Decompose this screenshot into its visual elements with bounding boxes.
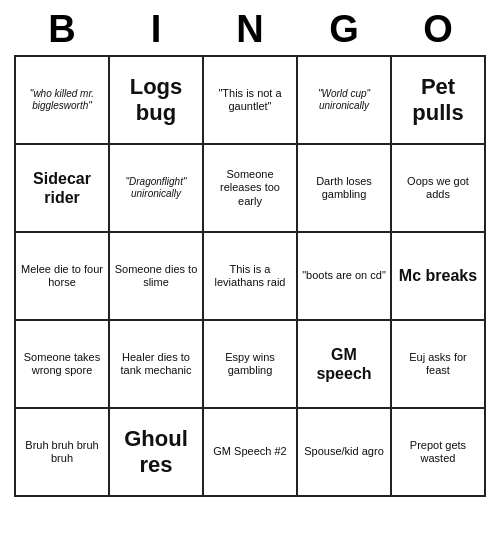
bingo-cell-18: GM speech bbox=[298, 321, 392, 409]
bingo-cell-8: Darth loses gambling bbox=[298, 145, 392, 233]
bingo-cell-16: Healer dies to tank mechanic bbox=[110, 321, 204, 409]
bingo-cell-19: Euj asks for feast bbox=[392, 321, 486, 409]
title-i: I bbox=[116, 8, 196, 51]
bingo-cell-21: Ghoul res bbox=[110, 409, 204, 497]
bingo-cell-1: Logs bug bbox=[110, 57, 204, 145]
bingo-cell-12: This is a leviathans raid bbox=[204, 233, 298, 321]
bingo-cell-5: Sidecar rider bbox=[16, 145, 110, 233]
title-n: N bbox=[210, 8, 290, 51]
bingo-cell-11: Someone dies to slime bbox=[110, 233, 204, 321]
bingo-title: B I N G O bbox=[15, 0, 485, 55]
title-b: B bbox=[22, 8, 102, 51]
bingo-cell-2: "This is not a gauntlet" bbox=[204, 57, 298, 145]
bingo-cell-20: Bruh bruh bruh bruh bbox=[16, 409, 110, 497]
bingo-cell-22: GM Speech #2 bbox=[204, 409, 298, 497]
bingo-cell-14: Mc breaks bbox=[392, 233, 486, 321]
bingo-cell-7: Someone releases too early bbox=[204, 145, 298, 233]
bingo-cell-15: Someone takes wrong spore bbox=[16, 321, 110, 409]
title-g: G bbox=[304, 8, 384, 51]
bingo-cell-17: Espy wins gambling bbox=[204, 321, 298, 409]
bingo-cell-23: Spouse/kid agro bbox=[298, 409, 392, 497]
bingo-cell-0: "who killed mr. bigglesworth" bbox=[16, 57, 110, 145]
title-o: O bbox=[398, 8, 478, 51]
bingo-cell-4: Pet pulls bbox=[392, 57, 486, 145]
bingo-cell-6: "Dragonflight" unironically bbox=[110, 145, 204, 233]
bingo-cell-24: Prepot gets wasted bbox=[392, 409, 486, 497]
bingo-cell-10: Melee die to four horse bbox=[16, 233, 110, 321]
bingo-cell-3: "World cup" unironically bbox=[298, 57, 392, 145]
bingo-grid: "who killed mr. bigglesworth"Logs bug"Th… bbox=[14, 55, 486, 497]
bingo-cell-13: "boots are on cd" bbox=[298, 233, 392, 321]
bingo-cell-9: Oops we got adds bbox=[392, 145, 486, 233]
